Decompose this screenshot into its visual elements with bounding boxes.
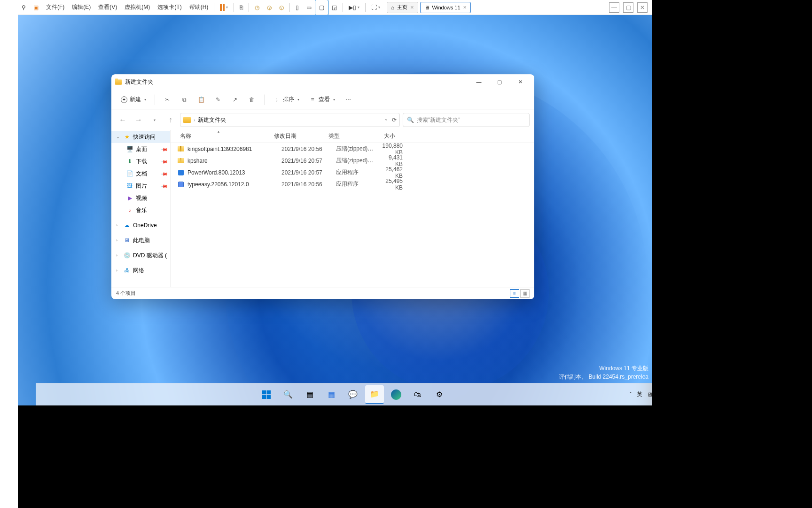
view-unity-icon[interactable]: ◲ <box>328 0 341 15</box>
sidebar-dvd[interactable]: › 💿 DVD 驱动器 (D:) C( <box>111 249 170 262</box>
sidebar-onedrive[interactable]: › ☁ OneDrive <box>111 219 170 231</box>
system-tray[interactable]: ˄ 英 🖥 🔊 <box>629 390 652 398</box>
file-row[interactable]: kingsoftpaint.1393206981 2021/9/16 20:56… <box>171 143 534 155</box>
new-button[interactable]: +新建 <box>117 93 150 106</box>
breadcrumb[interactable]: 新建文件夹 <box>198 116 226 124</box>
folder-type-icon: ▶ <box>126 194 133 202</box>
chevron-right-icon[interactable]: › <box>116 223 121 228</box>
pause-button[interactable] <box>216 0 232 15</box>
rename-button[interactable]: ✎ <box>211 93 226 106</box>
pin-icon: 📌 <box>161 182 168 190</box>
titlebar[interactable]: 新建文件夹 — ▢ ✕ <box>111 74 534 89</box>
ime-indicator[interactable]: 英 <box>637 390 642 398</box>
more-button[interactable]: ⋯ <box>341 93 356 106</box>
chevron-right-icon[interactable]: › <box>116 238 121 243</box>
back-button[interactable]: ← <box>116 113 129 127</box>
minimize-button[interactable]: — <box>468 74 489 89</box>
details-view-button[interactable]: ≡ <box>510 289 519 298</box>
send-ctrl-alt-del-icon[interactable]: ⎘ <box>236 0 247 15</box>
column-name[interactable]: 名称▴ <box>177 132 271 140</box>
sidebar-network[interactable]: › 🖧 网络 <box>111 264 170 277</box>
cut-button[interactable]: ✂ <box>160 93 175 106</box>
console-view-icon[interactable]: ▶▯ <box>345 0 363 15</box>
menu-view[interactable]: 查看(V) <box>94 0 121 15</box>
share-button[interactable]: ↗ <box>227 93 242 106</box>
forward-button[interactable]: → <box>132 113 145 127</box>
workstation-icon[interactable]: ▣ <box>30 0 42 15</box>
file-row[interactable]: PowerWord.800.12013 2021/9/16 20:57 应用程序… <box>171 167 534 178</box>
up-button[interactable]: ↑ <box>164 113 177 127</box>
chat-button[interactable]: 💬 <box>344 385 362 404</box>
sidebar-item-下载[interactable]: ⬇ 下载 📌 <box>111 155 170 167</box>
sidebar-item-图片[interactable]: 🖼 图片 📌 <box>111 180 170 192</box>
file-icon <box>177 157 185 165</box>
address-bar[interactable]: › 新建文件夹 ⌄ ⟳ <box>180 113 400 127</box>
menu-help[interactable]: 帮助(H) <box>186 0 212 15</box>
refresh-icon[interactable]: ⟳ <box>392 117 397 123</box>
menu-edit[interactable]: 编辑(E) <box>68 0 94 15</box>
sidebar-item-视频[interactable]: ▶ 视频 <box>111 192 170 204</box>
view-single-icon[interactable]: ▯ <box>292 0 303 15</box>
file-date: 2021/9/16 20:57 <box>279 169 333 176</box>
file-row[interactable]: typeeasy.22056.12012.0 2021/9/16 20:56 应… <box>171 178 534 190</box>
view-button[interactable]: ≡查看 <box>305 93 339 106</box>
chevron-down-icon[interactable]: ⌄ <box>116 135 121 139</box>
delete-button[interactable]: 🗑 <box>244 93 259 106</box>
navigation-bar: ← → ▾ ↑ › 新建文件夹 ⌄ ⟳ 🔍 搜索"新建文件夹" <box>111 110 534 130</box>
search-input[interactable]: 🔍 搜索"新建文件夹" <box>403 113 530 127</box>
view-split-icon[interactable]: ▭ <box>303 0 315 15</box>
tray-expand-icon[interactable]: ˄ <box>629 391 632 398</box>
menu-vm[interactable]: 虚拟机(M) <box>121 0 154 15</box>
chevron-right-icon[interactable]: › <box>116 268 121 273</box>
file-size: 190,880 KB <box>377 143 406 156</box>
sidebar-this-pc[interactable]: › 🖥 此电脑 <box>111 234 170 246</box>
view-full-icon[interactable]: ▢ <box>315 0 328 15</box>
copy-button[interactable]: ⧉ <box>177 93 192 106</box>
pin-icon[interactable]: ⚲ <box>18 0 30 15</box>
sort-button[interactable]: ↕排序 <box>269 93 303 106</box>
taskview-button[interactable]: ▤ <box>300 385 319 404</box>
file-explorer-button[interactable]: 📁 <box>365 385 384 404</box>
maximize-icon[interactable]: ▢ <box>623 2 633 13</box>
navigation-pane: ⌄ ★ 快速访问 🖥️ 桌面 📌 ⬇ 下载 📌 📄 文档 📌 🖼 图片 📌 <box>111 130 171 287</box>
snapshot-icon[interactable]: ◷ <box>251 0 263 15</box>
network-icon[interactable]: 🖥 <box>647 391 652 398</box>
close-icon[interactable]: × <box>410 4 414 11</box>
search-button[interactable]: 🔍 <box>279 385 297 404</box>
store-button[interactable]: 🛍 <box>408 385 427 404</box>
sidebar-quick-access[interactable]: ⌄ ★ 快速访问 <box>111 131 170 143</box>
file-row[interactable]: kpshare 2021/9/16 20:57 压缩(zipped)文件... … <box>171 155 534 167</box>
minimize-icon[interactable]: — <box>609 2 619 13</box>
paste-button[interactable]: 📋 <box>194 93 209 106</box>
maximize-button[interactable]: ▢ <box>489 74 510 89</box>
tab-windows11[interactable]: 🖥 Windows 11 × <box>420 2 471 13</box>
desktop[interactable]: 新建文件夹 — ▢ ✕ +新建 ✂ ⧉ 📋 ✎ ↗ 🗑 ↕排序 ≡查看 ⋯ ← … <box>18 15 652 405</box>
edge-button[interactable] <box>387 385 406 404</box>
column-type[interactable]: 类型 <box>326 132 370 140</box>
widgets-button[interactable]: ▦ <box>322 385 341 404</box>
thumbnails-view-button[interactable]: ▦ <box>520 289 530 298</box>
start-button[interactable] <box>257 385 276 404</box>
chevron-right-icon[interactable]: › <box>116 253 121 258</box>
recent-dropdown[interactable]: ▾ <box>148 113 161 127</box>
tab-home[interactable]: ⌂ 主页 × <box>387 2 418 13</box>
close-icon[interactable]: ✕ <box>637 2 648 13</box>
column-size[interactable]: 大小 <box>370 132 398 140</box>
menu-tabs[interactable]: 选项卡(T) <box>154 0 185 15</box>
activation-watermark: Windows 11 专业版 评估副本。 Build 22454.rs_prer… <box>559 364 648 381</box>
sidebar-item-音乐[interactable]: ♪ 音乐 <box>111 204 170 216</box>
chevron-right-icon: › <box>194 118 195 123</box>
snapshot-revert-icon[interactable]: ◶ <box>263 0 275 15</box>
menu-file[interactable]: 文件(F) <box>42 0 68 15</box>
sidebar-item-文档[interactable]: 📄 文档 📌 <box>111 167 170 180</box>
file-date: 2021/9/16 20:56 <box>279 146 333 152</box>
chevron-down-icon[interactable]: ⌄ <box>384 117 388 123</box>
snapshot-manager-icon[interactable]: ◵ <box>275 0 288 15</box>
pc-icon: 🖥 <box>123 237 131 244</box>
fullscreen-icon[interactable]: ⛶ <box>367 0 384 15</box>
sidebar-item-桌面[interactable]: 🖥️ 桌面 📌 <box>111 143 170 155</box>
column-date[interactable]: 修改日期 <box>271 132 326 140</box>
close-icon[interactable]: × <box>463 4 467 11</box>
close-button[interactable]: ✕ <box>510 74 531 89</box>
settings-button[interactable]: ⚙ <box>430 385 449 404</box>
